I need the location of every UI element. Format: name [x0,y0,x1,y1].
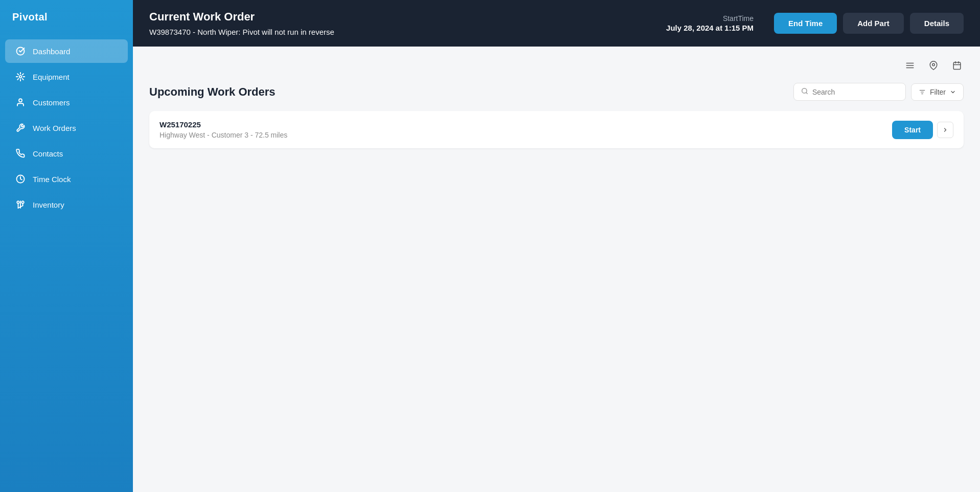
section-title: Upcoming Work Orders [149,85,276,99]
sidebar-item-inventory[interactable]: Inventory [5,193,128,216]
content-area: Upcoming Work Orders Filter W25170225 [133,47,980,492]
time-clock-icon [15,174,26,184]
svg-point-0 [17,48,25,55]
wo-card-info: W25170225 Highway West - Customer 3 - 72… [159,120,287,139]
sidebar-item-customers-label: Customers [33,98,70,107]
sidebar-item-equipment-label: Equipment [33,73,70,81]
sidebar-item-time-clock[interactable]: Time Clock [5,167,128,191]
work-order-info: Current Work Order W39873470 - North Wip… [149,10,654,36]
start-time-value: July 28, 2024 at 1:15 PM [666,24,754,32]
sidebar-item-customers[interactable]: Customers [5,91,128,114]
customers-icon [15,97,26,107]
add-part-button[interactable]: Add Part [843,13,904,34]
sidebar-item-dashboard-label: Dashboard [33,47,70,56]
svg-line-18 [806,93,808,94]
contacts-icon [15,148,26,159]
start-button[interactable]: Start [892,121,933,139]
wo-card-number: W25170225 [159,120,287,129]
sidebar-item-time-clock-label: Time Clock [33,175,71,184]
dashboard-icon [15,46,26,56]
sidebar-item-work-orders-label: Work Orders [33,124,76,132]
sidebar-nav: Dashboard Equipment Customers Work Order… [0,34,133,221]
search-input[interactable] [812,88,898,96]
filter-label: Filter [930,88,946,96]
app-logo: Pivotal [0,0,133,34]
inventory-icon [15,199,26,210]
sidebar-item-inventory-label: Inventory [33,200,64,209]
svg-point-2 [19,99,22,102]
svg-point-1 [19,76,22,78]
search-filter-row: Filter [793,83,964,101]
sidebar-item-contacts[interactable]: Contacts [5,142,128,165]
section-header: Upcoming Work Orders Filter [149,83,964,101]
equipment-icon [15,72,26,82]
toolbar-icons [149,59,964,75]
sidebar: Pivotal Dashboard Equipment Customers Wo… [0,0,133,492]
details-button[interactable]: Details [910,13,964,34]
start-time-label: StartTime [723,14,754,23]
chevron-button[interactable] [937,122,953,138]
time-section: StartTime July 28, 2024 at 1:15 PM [666,14,754,32]
calendar-icon[interactable] [950,59,964,75]
filter-button[interactable]: Filter [911,83,964,101]
work-order-header: Current Work Order W39873470 - North Wip… [133,0,980,47]
sidebar-item-dashboard[interactable]: Dashboard [5,39,128,63]
location-icon[interactable] [927,59,940,75]
wo-card-actions: Start [892,121,953,139]
search-box [793,83,906,101]
svg-rect-13 [953,62,961,70]
svg-point-12 [932,63,935,66]
work-orders-icon [15,123,26,133]
sidebar-item-contacts-label: Contacts [33,149,63,158]
menu-icon[interactable] [903,59,917,75]
work-order-subtitle: W39873470 - North Wiper: Pivot will not … [149,28,654,36]
current-work-order-title: Current Work Order [149,10,654,24]
main-content: Current Work Order W39873470 - North Wip… [133,0,980,492]
search-icon [801,87,808,96]
work-order-card: W25170225 Highway West - Customer 3 - 72… [149,111,964,148]
header-buttons: End Time Add Part Details [774,13,964,34]
sidebar-item-equipment[interactable]: Equipment [5,65,128,88]
wo-card-desc: Highway West - Customer 3 - 72.5 miles [159,131,287,139]
sidebar-item-work-orders[interactable]: Work Orders [5,116,128,140]
end-time-button[interactable]: End Time [774,13,837,34]
